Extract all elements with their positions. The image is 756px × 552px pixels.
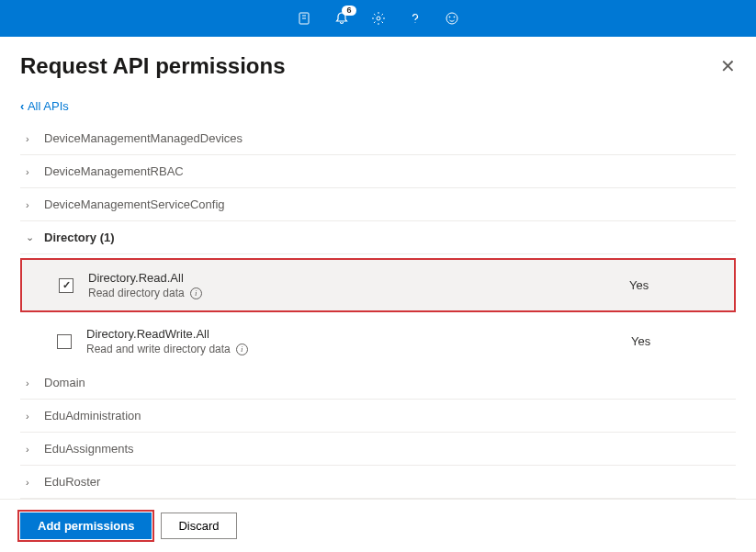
discard-button[interactable]: Discard bbox=[161, 513, 236, 539]
permission-row-directory-readwrite-all: Directory.ReadWrite.All Read and write d… bbox=[20, 316, 736, 366]
settings-icon[interactable] bbox=[371, 11, 386, 26]
info-icon[interactable]: i bbox=[190, 287, 202, 299]
panel-title: Request API permissions bbox=[20, 53, 286, 79]
group-eduroster[interactable]: › EduRoster bbox=[20, 466, 736, 499]
permission-name: Directory.Read.All bbox=[88, 271, 629, 285]
checkbox-directory-read-all[interactable] bbox=[59, 278, 73, 293]
footer-actions: Add permissions Discard bbox=[0, 499, 756, 552]
chevron-down-icon: ⌄ bbox=[26, 231, 37, 243]
chevron-right-icon: › bbox=[26, 166, 37, 177]
notification-icon[interactable]: 6 bbox=[334, 11, 349, 26]
checkbox-directory-readwrite-all[interactable] bbox=[57, 334, 72, 349]
group-eduadministration[interactable]: › EduAdministration bbox=[20, 400, 736, 433]
top-bar: 6 bbox=[0, 0, 756, 37]
group-eduassignments[interactable]: › EduAssignments bbox=[20, 433, 736, 466]
permission-name: Directory.ReadWrite.All bbox=[86, 327, 631, 341]
panel-header: Request API permissions ✕ bbox=[20, 53, 736, 79]
feedback-icon[interactable] bbox=[445, 11, 459, 26]
permission-text: Directory.Read.All Read directory data i bbox=[88, 271, 629, 299]
svg-point-1 bbox=[377, 17, 380, 20]
permission-row-directory-read-all: Directory.Read.All Read directory data i… bbox=[20, 258, 736, 312]
chevron-right-icon: › bbox=[26, 133, 37, 144]
chevron-right-icon: › bbox=[26, 377, 37, 389]
admin-consent: Yes bbox=[631, 334, 723, 348]
chevron-right-icon: › bbox=[26, 199, 37, 210]
help-icon[interactable] bbox=[408, 11, 423, 26]
add-permissions-button[interactable]: Add permissions bbox=[20, 513, 152, 539]
group-devicemanagementserviceconfig[interactable]: › DeviceManagementServiceConfig bbox=[20, 188, 736, 221]
chevron-right-icon: › bbox=[26, 444, 37, 455]
svg-point-2 bbox=[446, 13, 457, 24]
svg-point-3 bbox=[449, 17, 450, 17]
permissions-panel: Request API permissions ✕ All APIs › Dev… bbox=[0, 37, 756, 552]
permission-text: Directory.ReadWrite.All Read and write d… bbox=[86, 327, 631, 355]
group-directory[interactable]: ⌄ Directory (1) bbox=[20, 221, 736, 254]
chevron-right-icon: › bbox=[26, 411, 37, 422]
back-link-all-apis[interactable]: All APIs bbox=[20, 99, 69, 113]
notification-badge: 6 bbox=[342, 6, 355, 16]
permission-desc: Read directory data i bbox=[88, 287, 629, 299]
group-devicemanagementrbac[interactable]: › DeviceManagementRBAC bbox=[20, 155, 736, 188]
directory-icon[interactable] bbox=[298, 11, 312, 26]
group-devicemanagementmanageddevices[interactable]: › DeviceManagementManagedDevices bbox=[20, 122, 736, 155]
info-icon[interactable]: i bbox=[236, 344, 248, 355]
permission-desc: Read and write directory data i bbox=[86, 343, 631, 355]
close-icon[interactable]: ✕ bbox=[720, 55, 736, 77]
group-domain[interactable]: › Domain bbox=[20, 366, 736, 400]
admin-consent: Yes bbox=[629, 278, 721, 292]
chevron-right-icon: › bbox=[26, 477, 37, 488]
svg-point-4 bbox=[454, 17, 455, 17]
